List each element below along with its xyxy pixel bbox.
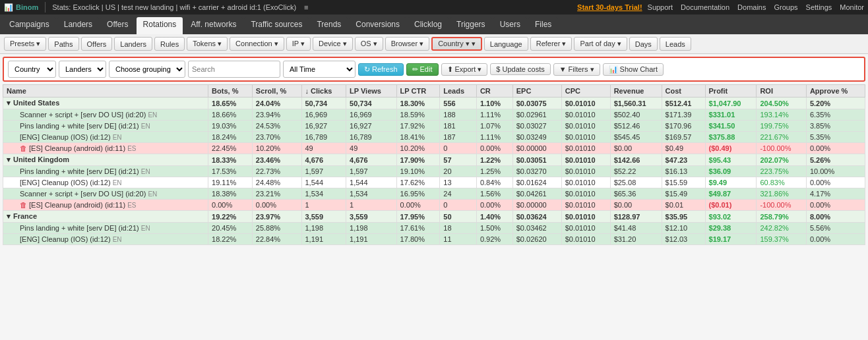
- nav-campaigns[interactable]: Campaigns: [3, 17, 56, 34]
- cell-roi: 242.82%: [757, 223, 807, 234]
- cell-epc: $0.02620: [512, 234, 561, 245]
- lang-tag: EN: [148, 111, 157, 119]
- cell-bots: 19.03%: [208, 121, 253, 132]
- update-costs-button[interactable]: $ Update costs: [490, 63, 550, 75]
- groups-link[interactable]: Groups: [774, 3, 797, 11]
- landers-button[interactable]: Landers: [114, 37, 152, 51]
- cell-scroll: 25.88%: [252, 223, 301, 234]
- cell-clicks: 16,927: [301, 121, 346, 132]
- col-name[interactable]: Name: [3, 85, 208, 98]
- col-cost[interactable]: Cost: [662, 85, 705, 98]
- grouping3-select[interactable]: Choose grouping Country Device: [109, 61, 185, 78]
- nav-aff-networks[interactable]: Aff. networks: [184, 17, 243, 34]
- nav-trends[interactable]: Trends: [310, 17, 348, 34]
- table-header-row: Name Bots, % Scroll, % ↓ Clicks LP Views…: [3, 85, 865, 98]
- col-cpc[interactable]: CPC: [561, 85, 610, 98]
- filters-button[interactable]: ▼ Filters ▾: [553, 63, 600, 76]
- col-roi[interactable]: ROI: [757, 85, 807, 98]
- refresh-button[interactable]: ↻ Refresh: [358, 63, 404, 76]
- col-profit[interactable]: Profit: [705, 85, 757, 98]
- cell-revenue: $41.48: [610, 223, 662, 234]
- referer-button[interactable]: Referer: [530, 37, 573, 51]
- col-lpctr[interactable]: LP CTR: [396, 85, 440, 98]
- col-cr[interactable]: CR: [476, 85, 512, 98]
- col-clicks[interactable]: ↓ Clicks: [301, 85, 346, 98]
- cell-revenue: $0.00: [610, 200, 662, 211]
- trash-icon[interactable]: 🗑: [20, 201, 27, 209]
- days-button[interactable]: Days: [629, 37, 658, 51]
- presets-button[interactable]: Presets: [4, 37, 46, 51]
- nav-traffic-sources[interactable]: Traffic sources: [244, 17, 309, 34]
- cell-cost: $169.57: [662, 132, 705, 143]
- export-button[interactable]: ⬆ Export ▾: [441, 63, 488, 76]
- paths-button[interactable]: Paths: [48, 37, 78, 51]
- cell-epc: $0.00000: [512, 200, 561, 211]
- cell-clicks: 16,789: [301, 132, 346, 143]
- tokens-button[interactable]: Tokens: [187, 37, 228, 51]
- expand-icon[interactable]: ▾: [7, 99, 11, 107]
- cell-lpctr: 10.20%: [396, 143, 440, 154]
- cell-lpctr: 17.62%: [396, 177, 440, 188]
- col-lpviews[interactable]: LP Views: [346, 85, 397, 98]
- col-epc[interactable]: EPC: [512, 85, 561, 98]
- nav-users[interactable]: Users: [493, 17, 527, 34]
- edit-button[interactable]: ✏ Edit: [406, 63, 439, 76]
- col-leads[interactable]: Leads: [440, 85, 477, 98]
- os-button[interactable]: OS: [355, 37, 383, 51]
- cell-lpviews: 1,534: [346, 188, 397, 200]
- rules-button[interactable]: Rules: [154, 37, 185, 51]
- col-approve[interactable]: Approve %: [806, 85, 865, 98]
- trial-link[interactable]: Start 30-days Trial!: [577, 3, 642, 11]
- ip-button[interactable]: IP: [286, 37, 311, 51]
- cell-clicks: 1,191: [301, 234, 346, 245]
- nav-files[interactable]: Files: [528, 17, 558, 34]
- grouping1-select[interactable]: Country Device OS Browser: [8, 61, 56, 78]
- leads-button[interactable]: Leads: [660, 37, 691, 51]
- lang-tag: EN: [113, 179, 122, 186]
- col-bots[interactable]: Bots, %: [208, 85, 253, 98]
- table-row: [ENG] Cleanup (IOS) (id:12) EN 19.11% 24…: [3, 177, 865, 188]
- support-link[interactable]: Support: [648, 3, 673, 11]
- domains-link[interactable]: Domains: [737, 3, 766, 11]
- menu-icon[interactable]: ≡: [304, 3, 308, 11]
- language-button[interactable]: Language: [484, 37, 528, 51]
- nav-landers[interactable]: Landers: [57, 17, 99, 34]
- lang-tag: EN: [148, 190, 157, 198]
- expand-icon[interactable]: ▾: [7, 212, 11, 220]
- connection-button[interactable]: Connection: [230, 37, 284, 51]
- time-range-select[interactable]: All Time Today Yesterday Last 7 days Las…: [283, 61, 356, 78]
- device-button[interactable]: Device: [313, 37, 353, 51]
- col-scroll[interactable]: Scroll, %: [252, 85, 301, 98]
- cell-roi: 223.75%: [757, 166, 807, 177]
- cell-scroll: 22.84%: [252, 234, 301, 245]
- cell-scroll: 22.73%: [252, 166, 301, 177]
- cell-name: Scanner + script + [serv DO US] (id:20) …: [3, 109, 208, 121]
- cell-leads: 0: [440, 143, 477, 154]
- nav-conversions[interactable]: Conversions: [349, 17, 406, 34]
- part-of-day-button[interactable]: Part of day: [574, 37, 627, 51]
- browser-button[interactable]: Browser: [385, 37, 429, 51]
- cell-roi: -100.00%: [757, 143, 807, 154]
- cell-profit: $36.09: [705, 166, 757, 177]
- grouping2-select[interactable]: Landers Offers Paths: [59, 61, 106, 78]
- nav-clicklog[interactable]: Clicklog: [408, 17, 449, 34]
- expand-icon[interactable]: ▾: [7, 156, 11, 163]
- search-input[interactable]: [188, 61, 280, 78]
- filter-bar: Country Device OS Browser Landers Offers…: [3, 57, 865, 82]
- country-button[interactable]: Country ▾: [431, 37, 482, 51]
- offers-button[interactable]: Offers: [81, 37, 113, 51]
- col-revenue[interactable]: Revenue: [610, 85, 662, 98]
- nav-triggers[interactable]: Triggers: [450, 17, 492, 34]
- show-chart-button[interactable]: 📊 Show Chart: [603, 63, 664, 76]
- nav-offers[interactable]: Offers: [100, 17, 135, 34]
- cell-approve: 5.26%: [806, 154, 865, 166]
- cell-leads: 13: [440, 177, 477, 188]
- cell-cr: 1.10%: [476, 98, 512, 109]
- nav-rotations[interactable]: Rotations: [137, 17, 183, 34]
- monitor-link[interactable]: Monitor: [840, 3, 864, 11]
- documentation-link[interactable]: Documentation: [681, 3, 729, 11]
- cell-name: 🗑[ES] Cleanup (android) (id:11) ES: [3, 200, 208, 211]
- trash-icon[interactable]: 🗑: [20, 144, 27, 152]
- settings-link[interactable]: Settings: [806, 3, 832, 11]
- app-logo: 📊 Binom: [4, 3, 38, 12]
